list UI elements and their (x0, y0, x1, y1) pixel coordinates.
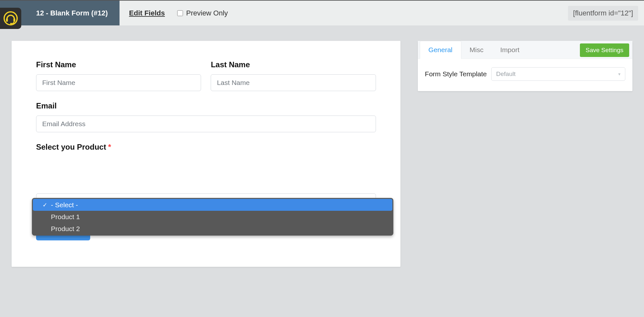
svg-point-0 (4, 12, 17, 25)
support-badge[interactable] (0, 8, 21, 29)
email-field: Email (36, 101, 376, 132)
preview-only-checkbox[interactable] (177, 10, 183, 16)
form-style-select[interactable]: Default ▾ (491, 67, 625, 81)
settings-body: Form Style Template Default ▾ (418, 59, 632, 89)
first-name-field: First Name (36, 60, 201, 91)
product-option-1[interactable]: Product 1 (33, 211, 392, 223)
settings-tabs: General Misc Import Save Settings (418, 41, 632, 59)
first-name-label: First Name (36, 60, 201, 69)
email-input[interactable] (36, 116, 376, 132)
product-option-select[interactable]: - Select - (33, 199, 392, 211)
tab-general[interactable]: General (420, 41, 461, 59)
email-label: Email (36, 101, 376, 110)
form-style-label: Form Style Template (425, 70, 487, 78)
check-icon (43, 201, 51, 209)
svg-rect-1 (6, 18, 8, 22)
preview-only-label: Preview Only (186, 9, 228, 17)
required-asterisk: * (108, 143, 111, 151)
svg-rect-2 (14, 18, 15, 22)
chevron-down-icon: ▾ (618, 71, 620, 77)
form-preview-panel: First Name Last Name Email Select you Pr… (12, 41, 400, 267)
dropdown-spacer (36, 162, 376, 193)
product-option-label: - Select - (51, 201, 78, 209)
main-area: First Name Last Name Email Select you Pr… (0, 25, 644, 282)
last-name-label: Last Name (211, 60, 376, 69)
settings-panel: General Misc Import Save Settings Form S… (418, 41, 632, 91)
last-name-field: Last Name (211, 60, 376, 91)
product-label-text: Select you Product (36, 143, 106, 151)
product-option-label: Product 1 (51, 213, 80, 221)
form-style-value: Default (496, 70, 515, 78)
preview-only-toggle[interactable]: Preview Only (177, 9, 228, 17)
headset-icon (3, 11, 18, 26)
last-name-input[interactable] (211, 74, 376, 91)
first-name-input[interactable] (36, 74, 201, 91)
svg-point-3 (10, 23, 12, 24)
shortcode-display[interactable]: [fluentform id="12"] (568, 6, 638, 21)
edit-fields-link[interactable]: Edit Fields (129, 9, 165, 17)
product-field: Select you Product* (36, 143, 376, 152)
save-settings-button[interactable]: Save Settings (580, 43, 629, 57)
product-option-2[interactable]: Product 2 (33, 223, 392, 235)
product-option-label: Product 2 (51, 225, 80, 233)
topbar: 12 - Blank Form (#12) Edit Fields Previe… (0, 0, 644, 25)
tab-import[interactable]: Import (492, 41, 528, 59)
product-label: Select you Product* (36, 143, 376, 152)
product-dropdown[interactable]: - Select - Product 1 Product 2 (32, 198, 393, 236)
tab-misc[interactable]: Misc (461, 41, 492, 59)
